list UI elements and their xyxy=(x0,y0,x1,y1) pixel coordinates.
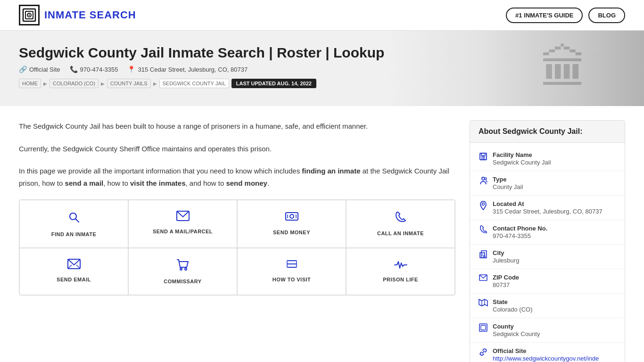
svg-marker-36 xyxy=(479,299,487,306)
sidebar-zip: ZIP Code 80737 xyxy=(470,269,625,294)
city-label: City xyxy=(493,249,519,256)
official-site-link[interactable]: 🔗 Official Site xyxy=(19,66,60,73)
official-site-label2: Official Site xyxy=(493,347,599,354)
svg-point-8 xyxy=(290,214,294,218)
official-site-value: http://www.sedgwickcountygov.net/inde xyxy=(493,355,599,362)
located-at-label: Located At xyxy=(493,200,603,207)
building2-icon xyxy=(479,250,488,260)
svg-point-26 xyxy=(485,178,487,180)
para3: In this page we provide all the importan… xyxy=(19,165,455,189)
official-site-label: Official Site xyxy=(29,66,60,73)
pulse-icon xyxy=(394,259,407,272)
type-value: County Jail xyxy=(493,183,523,190)
city-value: Julesburg xyxy=(493,257,519,264)
main-layout: The Sedgwick County Jail has been built … xyxy=(0,106,644,362)
sidebar-located-at: Located At 315 Cedar Street, Julesburg, … xyxy=(470,196,625,220)
breadcrumb-state[interactable]: COLORADO (CO) xyxy=(50,79,99,88)
mail-icon xyxy=(176,211,190,224)
svg-line-12 xyxy=(68,265,72,269)
logo-text: INMATE SEARCH xyxy=(44,9,136,21)
action-send-email[interactable]: SEND EMAIL xyxy=(19,248,128,295)
person-icon xyxy=(479,176,488,187)
para3-bold2: send a mail xyxy=(65,179,104,187)
location-icon: 📍 xyxy=(127,66,135,73)
commissary-label: COMMISSARY xyxy=(164,279,201,284)
official-site-link2[interactable]: http://www.sedgwickcountygov.net/inde xyxy=(493,355,599,362)
action-how-to-visit[interactable]: HOW TO VISIT xyxy=(237,248,346,295)
send-email-label: SEND EMAIL xyxy=(57,277,91,282)
para3-bold1: finding an inmate xyxy=(302,167,360,175)
state-label: State xyxy=(493,298,533,305)
content-area: The Sedgwick County Jail has been built … xyxy=(19,120,455,362)
find-inmate-label: FIND AN INMATE xyxy=(51,231,97,237)
guide-button[interactable]: #1 INMATE'S GUIDE xyxy=(506,8,583,23)
para3-text4: , and how to xyxy=(186,179,226,187)
pin-icon xyxy=(479,201,488,212)
header: INMATE SEARCH #1 INMATE'S GUIDE BLOG xyxy=(0,0,644,31)
send-mail-label: SEND A MAIL/PARCEL xyxy=(153,229,213,234)
phone-icon2 xyxy=(479,225,488,236)
sidebar-card: About Sedgwick County Jail: Facility Nam… xyxy=(470,120,625,362)
sidebar-city: City Julesburg xyxy=(470,245,625,269)
county-value: Sedgwick County xyxy=(493,330,540,337)
para3-bold3: visit the inmates xyxy=(130,179,186,187)
phone-meta: 📞 970-474-3355 xyxy=(70,66,118,73)
updated-badge: LAST UPDATED AUG. 14, 2022 xyxy=(231,79,316,88)
hero-phone: 970-474-3355 xyxy=(80,66,118,73)
email-icon xyxy=(67,259,81,272)
para3-text1: In this page we provide all the importan… xyxy=(19,167,302,175)
action-send-mail[interactable]: SEND A MAIL/PARCEL xyxy=(128,200,237,248)
dollar-icon xyxy=(285,211,298,225)
sidebar-county: County Sedgwick County xyxy=(470,318,625,343)
breadcrumb-county-jails[interactable]: COUNTY JAILS xyxy=(107,79,151,88)
para3-text3: , how to xyxy=(103,179,130,187)
action-grid: FIND AN INMATE SEND A MAIL/PARCEL xyxy=(19,199,455,296)
svg-rect-29 xyxy=(481,251,487,258)
svg-point-25 xyxy=(482,177,485,180)
page-title: Sedgwick County Jail Inmate Search | Ros… xyxy=(19,45,625,61)
action-send-money[interactable]: SEND MONEY xyxy=(237,200,346,248)
sep2: ▶ xyxy=(101,81,105,86)
header-nav: #1 INMATE'S GUIDE BLOG xyxy=(506,8,625,23)
facility-name-label: Facility Name xyxy=(493,151,551,158)
type-label: Type xyxy=(493,176,523,183)
para3-bold4: send money xyxy=(226,179,267,187)
breadcrumb: HOME ▶ COLORADO (CO) ▶ COUNTY JAILS ▶ SE… xyxy=(19,79,625,88)
hero-meta: 🔗 Official Site 📞 970-474-3355 📍 315 Ced… xyxy=(19,66,625,73)
how-to-visit-label: HOW TO VISIT xyxy=(272,277,311,282)
svg-line-13 xyxy=(76,265,80,269)
send-money-label: SEND MONEY xyxy=(273,230,310,235)
phone-value: 970-474-3355 xyxy=(493,232,547,239)
list-icon xyxy=(286,259,298,272)
svg-point-3 xyxy=(29,15,30,16)
building-icon xyxy=(479,152,488,162)
svg-rect-34 xyxy=(483,256,485,258)
blog-button[interactable]: BLOG xyxy=(588,8,625,23)
para2: Currently, the Sedgwick County Sheriff O… xyxy=(19,143,455,155)
svg-rect-40 xyxy=(481,325,486,330)
sidebar-info-list: Facility Name Sedgwick County Jail xyxy=(470,143,625,362)
search-icon xyxy=(67,211,81,227)
cart-icon xyxy=(176,259,190,274)
sep3: ▶ xyxy=(153,81,157,86)
action-call-inmate[interactable]: CALL AN INMATE xyxy=(346,200,455,248)
svg-point-14 xyxy=(180,268,182,270)
facility-name-value: Sedgwick County Jail xyxy=(493,159,551,166)
svg-rect-22 xyxy=(481,153,485,156)
located-at-value: 315 Cedar Street, Julesburg, CO, 80737 xyxy=(493,208,603,215)
square-icon xyxy=(479,323,488,334)
action-commissary[interactable]: COMMISSARY xyxy=(128,248,237,295)
svg-rect-24 xyxy=(483,156,485,160)
sidebar-title: About Sedgwick County Jail: xyxy=(470,121,625,143)
call-inmate-label: CALL AN INMATE xyxy=(377,230,424,236)
address-meta: 📍 315 Cedar Street, Julesburg, CO, 80737 xyxy=(127,66,248,73)
phone-label: Contact Phone No. xyxy=(493,225,547,232)
svg-line-5 xyxy=(75,219,79,222)
link-icon: 🔗 xyxy=(19,66,27,73)
action-find-inmate[interactable]: FIND AN INMATE xyxy=(19,200,128,248)
action-prison-life[interactable]: PRISON LIFE xyxy=(346,248,455,295)
state-value: Colorado (CO) xyxy=(493,306,533,313)
breadcrumb-home[interactable]: HOME xyxy=(19,79,41,88)
hero-section: 🏛 Sedgwick County Jail Inmate Search | R… xyxy=(0,31,644,106)
breadcrumb-current: SEDGWICK COUNTY JAIL xyxy=(159,79,229,88)
